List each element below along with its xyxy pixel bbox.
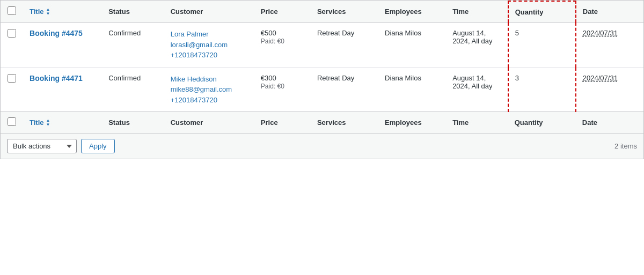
price-header-label: Price — [261, 8, 278, 16]
select-all-checkbox[interactable] — [8, 6, 16, 15]
items-count-label: 2 items — [614, 142, 637, 150]
row-title-cell: Booking #4475 — [23, 23, 102, 68]
customer-phone-link[interactable]: +12018473720 — [171, 95, 248, 106]
footer-services-label: Services — [317, 118, 346, 127]
customer-email-link[interactable]: mike88@gmail.com — [171, 84, 248, 95]
bulk-actions-select[interactable]: Bulk actions — [7, 139, 77, 153]
customer-name-link[interactable]: Mike Heddison — [171, 74, 248, 85]
row-status-cell: Confirmed — [102, 67, 164, 112]
footer-status-col: Status — [102, 112, 164, 133]
row-date-cell: 2024/07/31 — [576, 67, 643, 112]
apply-button[interactable]: Apply — [81, 139, 115, 153]
header-services-col: Services — [311, 1, 378, 23]
footer-checkbox-col — [1, 112, 23, 133]
title-sort-button[interactable]: Title ▲▼ — [30, 8, 50, 16]
booking-link[interactable]: Booking #4471 — [30, 74, 96, 83]
footer-title-col: Title ▲▼ — [23, 112, 102, 133]
row-checkbox-cell — [1, 23, 23, 68]
header-title-col: Title ▲▼ — [23, 1, 102, 23]
row-services-cell: Retreat Day — [311, 23, 378, 68]
row-quantity-cell: 3 — [508, 67, 576, 112]
row-employees-cell: Diana Milos — [378, 23, 446, 68]
row-date-cell: 2024/07/31 — [576, 23, 643, 68]
footer-time-col: Time — [446, 112, 508, 133]
quantity-header-label: Quantity — [515, 8, 544, 16]
header-quantity-col: Quantity — [508, 1, 576, 23]
bookings-table-wrapper: Title ▲▼ Status Customer Price Services — [0, 0, 644, 159]
header-status-col: Status — [102, 1, 164, 23]
row-customer-cell: Mike Heddison mike88@gmail.com +12018473… — [164, 67, 254, 112]
header-date-col: Date — [576, 1, 643, 23]
price-paid: Paid: €0 — [261, 38, 284, 45]
footer-quantity-col: Quantity — [508, 112, 576, 133]
row-quantity-cell: 5 — [508, 23, 576, 68]
footer-title-label: Title — [30, 118, 44, 127]
time-value: August 14, 2024, All day — [452, 74, 492, 90]
quantity-value: 5 — [515, 29, 519, 37]
footer-customer-col: Customer — [164, 112, 254, 133]
items-count: 2 items — [614, 142, 637, 150]
customer-header-label: Customer — [171, 8, 203, 16]
services-header-label: Services — [317, 8, 346, 16]
row-employees-cell: Diana Milos — [378, 67, 446, 112]
price-amount: €500 — [261, 29, 276, 37]
footer-date-label: Date — [582, 118, 597, 127]
date-header-label: Date — [583, 8, 598, 16]
price-paid: Paid: €0 — [261, 83, 284, 90]
header-time-col: Time — [446, 1, 508, 23]
table-footer-bar: Bulk actions Apply 2 items — [1, 133, 643, 159]
status-value: Confirmed — [108, 29, 141, 37]
quantity-value: 3 — [515, 74, 519, 82]
customer-name-link[interactable]: Lora Palmer — [171, 29, 248, 40]
footer-date-col: Date — [576, 112, 643, 133]
employees-value: Diana Milos — [385, 29, 421, 37]
table-row: Booking #4471 Confirmed Mike Heddison mi… — [1, 67, 643, 112]
customer-phone-link[interactable]: +12018473720 — [171, 50, 248, 61]
title-header-label: Title — [30, 8, 44, 16]
table-row: Booking #4475 Confirmed Lora Palmer lora… — [1, 23, 643, 68]
sort-arrows-icon: ▲▼ — [46, 8, 50, 16]
date-value: 2024/07/31 — [583, 29, 618, 37]
time-value: August 14, 2024, All day — [452, 29, 492, 45]
footer-select-all-checkbox[interactable] — [8, 117, 16, 126]
employees-value: Diana Milos — [385, 74, 421, 82]
row-checkbox[interactable] — [8, 74, 16, 83]
status-value: Confirmed — [108, 74, 141, 82]
row-status-cell: Confirmed — [102, 23, 164, 68]
footer-status-label: Status — [108, 118, 130, 127]
services-value: Retreat Day — [317, 29, 354, 37]
row-checkbox-cell — [1, 67, 23, 112]
row-time-cell: August 14, 2024, All day — [446, 23, 508, 68]
row-customer-cell: Lora Palmer lorasli@gmail.com +120184737… — [164, 23, 254, 68]
row-time-cell: August 14, 2024, All day — [446, 67, 508, 112]
status-header-label: Status — [108, 8, 130, 16]
services-value: Retreat Day — [317, 74, 354, 82]
footer-time-label: Time — [452, 118, 469, 127]
footer-price-label: Price — [261, 118, 278, 127]
row-title-cell: Booking #4471 — [23, 67, 102, 112]
price-amount: €300 — [261, 74, 276, 82]
row-services-cell: Retreat Day — [311, 67, 378, 112]
footer-employees-label: Employees — [385, 118, 422, 127]
time-header-label: Time — [452, 8, 469, 16]
header-price-col: Price — [254, 1, 311, 23]
bookings-table: Title ▲▼ Status Customer Price Services — [1, 1, 643, 133]
footer-customer-label: Customer — [171, 118, 203, 127]
header-customer-col: Customer — [164, 1, 254, 23]
table-header-row: Title ▲▼ Status Customer Price Services — [1, 1, 643, 23]
employees-header-label: Employees — [385, 8, 422, 16]
footer-employees-col: Employees — [378, 112, 446, 133]
footer-services-col: Services — [311, 112, 378, 133]
booking-link[interactable]: Booking #4475 — [30, 29, 96, 38]
footer-actions: Bulk actions Apply — [7, 139, 115, 153]
row-price-cell: €500 Paid: €0 — [254, 23, 311, 68]
header-checkbox-col — [1, 1, 23, 23]
row-price-cell: €300 Paid: €0 — [254, 67, 311, 112]
row-checkbox[interactable] — [8, 29, 16, 38]
table-footer-row: Title ▲▼ Status Customer Price Services — [1, 112, 643, 133]
footer-quantity-label: Quantity — [515, 118, 543, 127]
footer-sort-arrows-icon: ▲▼ — [46, 118, 50, 127]
customer-email-link[interactable]: lorasli@gmail.com — [171, 40, 248, 50]
footer-title-sort-button[interactable]: Title ▲▼ — [30, 118, 50, 127]
footer-price-col: Price — [254, 112, 311, 133]
